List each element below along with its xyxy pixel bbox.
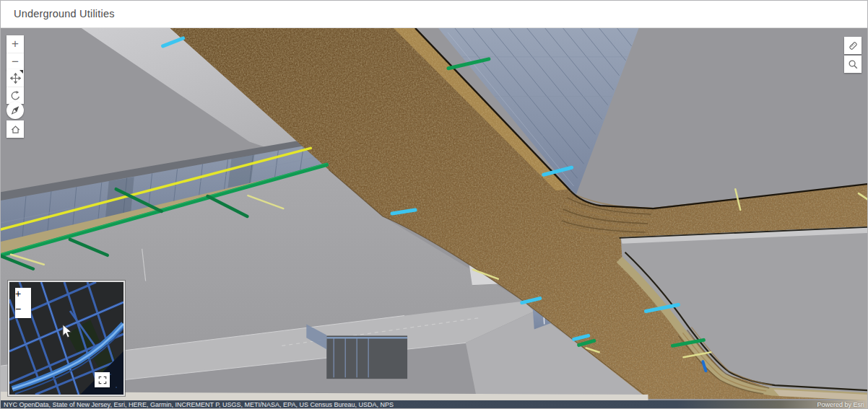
attribution-sources: NYC OpenData, State of New Jersey, Esri,… bbox=[4, 401, 394, 408]
app-header: Underground Utilities bbox=[1, 1, 867, 28]
overview-map[interactable]: + − bbox=[8, 281, 125, 396]
zoom-out-button[interactable]: − bbox=[6, 53, 24, 70]
navigation-toggle-control bbox=[6, 69, 24, 104]
expand-icon bbox=[98, 376, 107, 384]
app-window: Underground Utilities bbox=[0, 0, 868, 409]
scene-3d-canvas[interactable] bbox=[1, 28, 867, 408]
overview-zoom-out-button[interactable]: − bbox=[15, 303, 31, 318]
compass-needle-icon bbox=[9, 105, 21, 116]
plus-icon: + bbox=[15, 288, 21, 299]
rotate-icon bbox=[10, 90, 21, 101]
overview-expand-button[interactable] bbox=[95, 372, 110, 387]
page-title: Underground Utilities bbox=[1, 1, 867, 27]
zoom-in-button[interactable]: + bbox=[6, 35, 24, 53]
mouse-cursor bbox=[61, 324, 73, 340]
overview-zoom-in-button[interactable]: + bbox=[15, 288, 31, 303]
search-icon bbox=[848, 59, 859, 70]
attribution-bar: NYC OpenData, State of New Jersey, Esri,… bbox=[1, 400, 867, 408]
search-button[interactable] bbox=[844, 56, 862, 73]
minus-icon: − bbox=[12, 55, 19, 69]
scene-view[interactable]: + − bbox=[1, 28, 867, 408]
home-button[interactable] bbox=[6, 120, 24, 138]
corner-flag-icon bbox=[19, 70, 23, 74]
pan-button[interactable] bbox=[6, 69, 24, 87]
measure-ruler-icon bbox=[848, 40, 859, 51]
zoom-control: + − bbox=[6, 35, 24, 70]
measure-button[interactable] bbox=[844, 37, 862, 54]
home-icon bbox=[10, 124, 21, 135]
overview-zoom-control: + − bbox=[15, 288, 31, 318]
pan-arrows-icon bbox=[10, 73, 21, 84]
minus-icon: − bbox=[15, 303, 21, 315]
compass-button[interactable] bbox=[6, 102, 24, 119]
powered-by-esri: Powered by Esri bbox=[817, 401, 864, 408]
plus-icon: + bbox=[12, 37, 19, 51]
